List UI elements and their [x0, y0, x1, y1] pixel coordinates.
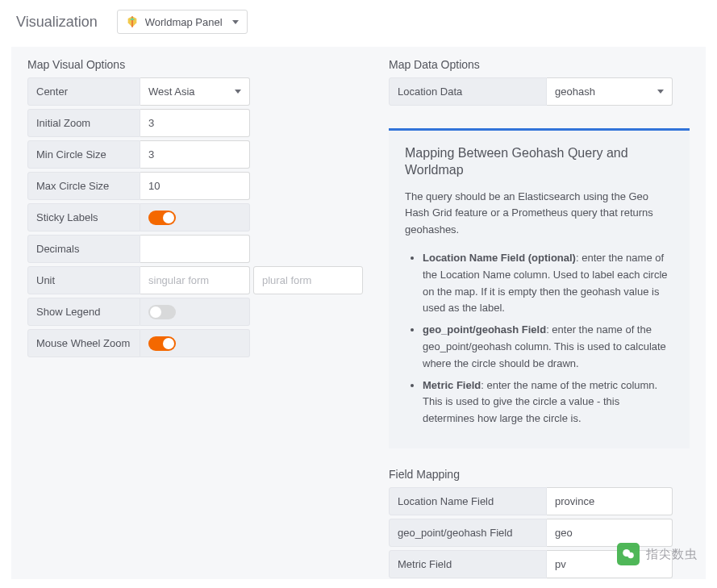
info-item-metric: Metric Field: enter the name of the metr…: [423, 377, 673, 427]
min-circle-input[interactable]: [140, 140, 250, 169]
info-paragraph: The query should be an Elasticsearch usi…: [405, 189, 673, 239]
location-data-row: Location Data geohash: [389, 77, 690, 106]
page-title: Visualization: [16, 14, 98, 31]
info-item-geohash: geo_point/geohash Field: enter the name …: [423, 322, 673, 372]
chevron-down-icon: [232, 20, 239, 24]
show-legend-toggle[interactable]: [148, 305, 176, 319]
location-name-field-row: Location Name Field: [389, 487, 690, 515]
metric-field-label: Metric Field: [389, 550, 547, 578]
center-value: West Asia: [148, 85, 195, 98]
location-name-field-label: Location Name Field: [389, 487, 547, 515]
info-item-location: Location Name Field (optional): enter th…: [423, 250, 673, 317]
watermark: 指尖数虫: [617, 543, 698, 565]
min-circle-label: Min Circle Size: [27, 140, 140, 169]
chevron-down-icon: [235, 90, 241, 94]
sticky-labels-row: Sticky Labels: [27, 203, 360, 231]
unit-plural-input[interactable]: [253, 266, 363, 294]
watermark-text: 指尖数虫: [646, 547, 698, 562]
header: Visualization Worldmap Panel: [0, 0, 717, 40]
max-circle-input[interactable]: [140, 172, 250, 200]
unit-row: Unit: [27, 266, 360, 294]
section-title-data: Map Data Options: [389, 58, 690, 71]
info-panel: Mapping Between Geohash Query and Worldm…: [389, 128, 690, 448]
initial-zoom-row: Initial Zoom: [27, 109, 360, 137]
initial-zoom-input[interactable]: [140, 109, 250, 137]
initial-zoom-label: Initial Zoom: [27, 109, 140, 137]
center-row: Center West Asia: [27, 77, 360, 106]
mouse-wheel-row: Mouse Wheel Zoom: [27, 329, 360, 357]
mouse-wheel-label: Mouse Wheel Zoom: [27, 329, 140, 357]
options-panel: Map Visual Options Center West Asia Init…: [11, 47, 706, 579]
unit-singular-input[interactable]: [140, 266, 250, 294]
center-select[interactable]: West Asia: [140, 77, 250, 106]
visualization-picker[interactable]: Worldmap Panel: [117, 10, 248, 34]
section-title-visual: Map Visual Options: [27, 58, 360, 71]
map-data-options-column: Map Data Options Location Data geohash M…: [389, 58, 690, 563]
visualization-name: Worldmap Panel: [145, 16, 223, 28]
sticky-labels-toggle[interactable]: [148, 211, 176, 225]
show-legend-label: Show Legend: [27, 298, 140, 326]
max-circle-label: Max Circle Size: [27, 172, 140, 200]
location-name-field-input[interactable]: [547, 487, 673, 515]
max-circle-row: Max Circle Size: [27, 172, 360, 200]
worldmap-icon: [126, 15, 139, 28]
min-circle-row: Min Circle Size: [27, 140, 360, 169]
location-data-label: Location Data: [389, 77, 547, 106]
location-data-select[interactable]: geohash: [547, 77, 673, 106]
decimals-input[interactable]: [140, 235, 250, 263]
show-legend-row: Show Legend: [27, 298, 360, 326]
info-list: Location Name Field (optional): enter th…: [405, 250, 673, 427]
wechat-icon: [617, 543, 640, 565]
sticky-labels-label: Sticky Labels: [27, 203, 140, 231]
unit-label: Unit: [27, 266, 140, 294]
center-label: Center: [27, 77, 140, 106]
location-data-value: geohash: [555, 85, 595, 98]
geohash-field-label: geo_point/geohash Field: [389, 519, 547, 547]
map-visual-options-column: Map Visual Options Center West Asia Init…: [27, 58, 360, 563]
info-title: Mapping Between Geohash Query and Worldm…: [405, 145, 673, 179]
mouse-wheel-toggle[interactable]: [148, 336, 176, 351]
svg-point-1: [627, 553, 634, 559]
section-title-field-mapping: Field Mapping: [389, 468, 690, 481]
decimals-label: Decimals: [27, 235, 140, 263]
chevron-down-icon: [657, 90, 664, 94]
decimals-row: Decimals: [27, 235, 360, 263]
